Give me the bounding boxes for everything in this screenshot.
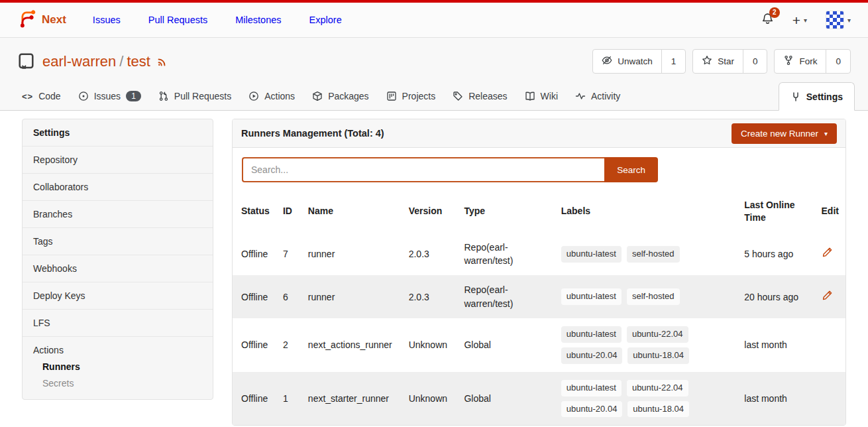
fork-label: Fork bbox=[799, 56, 817, 66]
user-menu-dropdown[interactable]: ▾ bbox=[826, 11, 851, 29]
issues-count-badge: 1 bbox=[126, 91, 141, 101]
runner-name: next_actions_runner bbox=[301, 318, 402, 372]
column-header-type: Type bbox=[457, 190, 554, 233]
fork-button[interactable]: Fork bbox=[775, 50, 826, 73]
tab-settings[interactable]: Settings bbox=[779, 82, 855, 111]
repo-action-buttons: Unwatch1Star0Fork0 bbox=[592, 49, 851, 74]
tab-code[interactable]: <>Code bbox=[13, 82, 70, 110]
play-circle-icon bbox=[248, 91, 259, 101]
fork-count[interactable]: 0 bbox=[826, 50, 850, 73]
tab-wiki[interactable]: Wiki bbox=[516, 82, 567, 110]
sidebar-item-webhooks[interactable]: Webhooks bbox=[23, 255, 213, 282]
runner-version: Unknown bbox=[402, 372, 458, 426]
runner-type: Repo(earl-warren/test) bbox=[457, 233, 554, 276]
settings-sidebar: Settings RepositoryCollaboratorsBranches… bbox=[22, 119, 213, 400]
project-board-icon bbox=[386, 91, 397, 101]
tab-releases[interactable]: Releases bbox=[444, 82, 515, 110]
sidebar-item-collaborators[interactable]: Collaborators bbox=[23, 174, 213, 201]
runner-version: Unknown bbox=[402, 318, 458, 372]
sidebar-group-actions: ActionsRunnersSecrets bbox=[23, 337, 213, 399]
navbar-item-explore[interactable]: Explore bbox=[309, 15, 342, 25]
runner-label-badge: ubuntu-22.04 bbox=[627, 380, 688, 396]
edit-runner-button[interactable] bbox=[822, 247, 840, 261]
tab-pull-requests[interactable]: Pull Requests bbox=[150, 82, 240, 110]
labels-list: ubuntu-latestself-hosted bbox=[561, 246, 732, 263]
sidebar-item-actions[interactable]: Actions bbox=[33, 345, 202, 355]
create-new-dropdown[interactable]: + ▾ bbox=[792, 13, 807, 27]
star-button-group: Star0 bbox=[692, 49, 767, 74]
search-button[interactable]: Search bbox=[604, 157, 658, 182]
star-count[interactable]: 0 bbox=[743, 50, 767, 73]
tab-activity[interactable]: Activity bbox=[567, 82, 629, 110]
pencil-icon bbox=[822, 247, 833, 261]
column-header-edit: Edit bbox=[815, 190, 846, 233]
sidebar-item-tags[interactable]: Tags bbox=[23, 228, 213, 255]
runner-label-badge: ubuntu-18.04 bbox=[627, 347, 689, 364]
edit-runner-button[interactable] bbox=[822, 290, 840, 304]
rss-feed-icon[interactable] bbox=[156, 55, 169, 68]
unwatch-button[interactable]: Unwatch bbox=[593, 50, 661, 73]
navbar-right: 2 + ▾ ▾ bbox=[761, 11, 851, 29]
sidebar-item-repository[interactable]: Repository bbox=[23, 147, 213, 174]
search-row: Search bbox=[233, 148, 845, 190]
plus-icon: + bbox=[792, 13, 800, 27]
star-button[interactable]: Star bbox=[693, 50, 743, 73]
runner-label-badge: self-hosted bbox=[627, 246, 680, 263]
search-input[interactable] bbox=[242, 157, 604, 182]
forgejo-logo[interactable]: Next bbox=[17, 9, 66, 30]
eye-slash-icon bbox=[602, 55, 612, 68]
tab-actions[interactable]: Actions bbox=[240, 82, 303, 110]
runner-type: Repo(earl-warren/test) bbox=[457, 275, 554, 318]
navbar-item-issues[interactable]: Issues bbox=[93, 15, 121, 25]
labels-list: ubuntu-latestubuntu-22.04ubuntu-20.04ubu… bbox=[561, 326, 732, 364]
tab-packages[interactable]: Packages bbox=[303, 82, 377, 110]
star-label: Star bbox=[718, 56, 734, 66]
runner-label-badge: ubuntu-latest bbox=[561, 380, 622, 396]
pulse-icon bbox=[575, 91, 586, 101]
chevron-down-icon: ▾ bbox=[824, 130, 828, 137]
runner-status: Offline bbox=[233, 372, 276, 426]
table-row: Offline7runner2.0.3Repo(earl-warren/test… bbox=[233, 233, 845, 276]
page-title: Runners Management (Total: 4) bbox=[241, 128, 384, 139]
repo-tabs: <>CodeIssues1Pull RequestsActionsPackage… bbox=[0, 82, 868, 111]
runner-label-badge: ubuntu-20.04 bbox=[561, 401, 623, 418]
create-new-runner-button[interactable]: Create new Runner ▾ bbox=[732, 123, 837, 144]
repo-owner-link[interactable]: earl-warren bbox=[42, 53, 116, 70]
sidebar-subitem-runners[interactable]: Runners bbox=[42, 361, 202, 372]
sidebar-item-lfs[interactable]: LFS bbox=[23, 310, 213, 337]
tab-projects[interactable]: Projects bbox=[378, 82, 445, 110]
table-header-row: StatusIDNameVersionTypeLabelsLast Online… bbox=[233, 190, 845, 233]
column-header-labels: Labels bbox=[555, 190, 738, 233]
navbar-item-pull-requests[interactable]: Pull Requests bbox=[148, 15, 207, 25]
sidebar-header-settings: Settings bbox=[23, 119, 213, 147]
runner-labels: ubuntu-latestself-hosted bbox=[555, 233, 738, 276]
notifications-button[interactable]: 2 bbox=[761, 13, 774, 28]
sidebar-item-branches[interactable]: Branches bbox=[23, 201, 213, 228]
tag-icon bbox=[453, 91, 463, 101]
navbar-item-milestones[interactable]: Milestones bbox=[235, 15, 281, 25]
sidebar-subitem-secrets[interactable]: Secrets bbox=[42, 378, 202, 389]
runner-last-online: 20 hours ago bbox=[737, 275, 814, 318]
tab-label: Issues bbox=[94, 91, 121, 101]
runners-table: StatusIDNameVersionTypeLabelsLast Online… bbox=[233, 190, 845, 425]
runner-label-badge: ubuntu-20.04 bbox=[561, 347, 623, 364]
labels-list: ubuntu-latestself-hosted bbox=[561, 288, 732, 305]
fork-icon bbox=[783, 55, 794, 68]
tab-issues[interactable]: Issues1 bbox=[70, 82, 150, 110]
tab-label: Releases bbox=[468, 91, 507, 101]
unwatch-count[interactable]: 1 bbox=[661, 50, 686, 73]
runner-label-badge: ubuntu-latest bbox=[561, 288, 622, 305]
column-header-last-online-time: Last Online Time bbox=[737, 190, 814, 233]
tab-label: Pull Requests bbox=[174, 91, 231, 101]
repo-name-link[interactable]: test bbox=[127, 53, 150, 70]
runner-edit-cell bbox=[815, 318, 846, 372]
runner-labels: ubuntu-latestubuntu-22.04ubuntu-20.04ubu… bbox=[555, 318, 738, 372]
labels-list: ubuntu-latestubuntu-22.04ubuntu-20.04ubu… bbox=[561, 380, 732, 418]
sidebar-item-deploy-keys[interactable]: Deploy Keys bbox=[23, 282, 213, 310]
runner-type: Global bbox=[457, 372, 554, 426]
page-content: Settings RepositoryCollaboratorsBranches… bbox=[0, 111, 868, 426]
runner-name: runner bbox=[301, 275, 402, 318]
runner-labels: ubuntu-latestubuntu-22.04ubuntu-20.04ubu… bbox=[555, 372, 738, 426]
issue-icon bbox=[78, 91, 89, 101]
repo-header-section: earl-warren/test Unwatch1Star0Fork0 <>Co… bbox=[0, 38, 868, 111]
